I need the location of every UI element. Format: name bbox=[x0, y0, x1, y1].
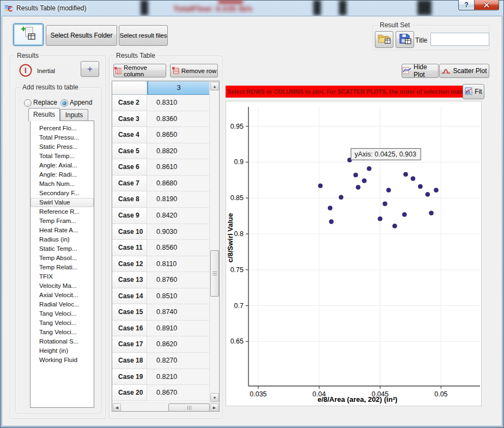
table-cell[interactable]: 0.8420 bbox=[147, 208, 209, 224]
results-list-item[interactable]: Tang Veloci... bbox=[31, 328, 94, 337]
table-row-header[interactable]: Case 16 bbox=[112, 321, 147, 337]
table-row-header[interactable]: Case 14 bbox=[112, 288, 147, 305]
table-cell[interactable]: 0.9030 bbox=[147, 224, 209, 240]
data-point[interactable] bbox=[367, 166, 371, 171]
remove-column-button[interactable]: Remove column bbox=[113, 64, 166, 77]
results-list-item[interactable]: Reference R... bbox=[31, 207, 94, 216]
data-point[interactable] bbox=[356, 185, 360, 189]
results-list-item[interactable]: Rotational S... bbox=[31, 337, 94, 346]
data-point[interactable] bbox=[402, 212, 406, 216]
table-row-header[interactable]: Case 4 bbox=[112, 127, 147, 143]
remove-row-button[interactable]: Remove row bbox=[170, 64, 218, 77]
results-list-item[interactable]: Mach Num... bbox=[31, 179, 94, 189]
data-point[interactable] bbox=[404, 172, 408, 177]
table-column-header[interactable]: 3 bbox=[147, 81, 209, 95]
table-cell[interactable]: 0.8360 bbox=[147, 111, 209, 128]
scroll-down-button[interactable]: ▼ bbox=[210, 393, 219, 402]
horizontal-scrollbar[interactable]: ◀ ▶ bbox=[112, 402, 219, 412]
table-row-header[interactable]: Case 13 bbox=[112, 272, 147, 288]
results-list-item[interactable]: Velocity Ma... bbox=[31, 281, 94, 291]
table-row-header[interactable]: Case 3 bbox=[112, 111, 147, 128]
table-cell[interactable]: 0.8760 bbox=[147, 272, 209, 288]
data-point[interactable] bbox=[386, 188, 391, 192]
results-list-item[interactable]: Angle: Radi... bbox=[31, 170, 94, 179]
scroll-left-button[interactable]: ◀ bbox=[113, 403, 121, 412]
vertical-scrollbar[interactable]: ▲ ▼ bbox=[209, 81, 219, 402]
table-corner-header[interactable] bbox=[112, 81, 147, 95]
table-cell[interactable]: 0.8190 bbox=[147, 191, 209, 208]
results-list-item[interactable]: Tang Veloci... bbox=[31, 318, 94, 328]
table-row-header[interactable]: Case 2 bbox=[112, 95, 147, 111]
results-list-item[interactable]: Height (in) bbox=[31, 346, 94, 355]
data-point[interactable] bbox=[383, 202, 387, 206]
scatter-plot-canvas[interactable]: 0.0350.040.0450.050.950.90.850.80.750.70… bbox=[226, 101, 481, 406]
table-row-header[interactable]: Case 11 bbox=[112, 240, 147, 256]
data-point[interactable] bbox=[378, 216, 382, 221]
table-row-header[interactable]: Case 6 bbox=[112, 159, 147, 176]
fit-button[interactable]: Fit bbox=[463, 84, 484, 99]
select-result-files-button[interactable]: Select result files bbox=[119, 25, 168, 46]
table-cell[interactable]: 0.8510 bbox=[147, 288, 209, 305]
table-cell[interactable]: 0.8620 bbox=[147, 336, 209, 353]
data-point[interactable] bbox=[429, 211, 434, 215]
result-set-title-input[interactable] bbox=[430, 33, 489, 46]
table-row-header[interactable]: Case 15 bbox=[112, 304, 147, 321]
table-row-header[interactable]: Case 17 bbox=[112, 336, 147, 353]
table-cell[interactable]: 0.8210 bbox=[147, 369, 209, 385]
table-row-header[interactable]: Case 10 bbox=[112, 224, 147, 240]
table-cell[interactable]: 0.8560 bbox=[147, 240, 209, 256]
table-row-header[interactable]: Case 19 bbox=[112, 369, 147, 385]
table-cell[interactable]: 0.8670 bbox=[147, 385, 209, 401]
vertical-scroll-thumb[interactable] bbox=[210, 250, 219, 297]
table-row-header[interactable]: Case 5 bbox=[112, 143, 147, 160]
data-point[interactable] bbox=[426, 192, 430, 197]
titlebar[interactable]: TotalFlow: 0.035 lb/s Results Table (mod… bbox=[0, 0, 504, 16]
data-point[interactable] bbox=[339, 195, 343, 200]
results-list-item[interactable]: Total Temp... bbox=[31, 152, 94, 161]
table-row-header[interactable]: Case 8 bbox=[112, 191, 147, 208]
radio-replace[interactable] bbox=[24, 99, 32, 107]
table-row-header[interactable]: Case 20 bbox=[112, 385, 147, 401]
table-cell[interactable]: 0.8310 bbox=[147, 95, 209, 111]
tab-results[interactable]: Results bbox=[28, 108, 60, 121]
table-row-header[interactable]: Case 12 bbox=[112, 256, 147, 273]
tab-inputs[interactable]: Inputs bbox=[60, 109, 88, 121]
data-point[interactable] bbox=[329, 220, 333, 224]
results-list-item[interactable]: Working Fluid bbox=[31, 355, 94, 365]
table-cell[interactable]: 0.8650 bbox=[147, 127, 209, 143]
results-list-item[interactable]: Radial Veloc... bbox=[31, 300, 94, 309]
table-cell[interactable]: 0.8680 bbox=[147, 176, 209, 192]
results-list-item[interactable]: Secondary F... bbox=[31, 189, 94, 198]
new-table-button[interactable] bbox=[13, 23, 44, 46]
results-list-item[interactable]: Temp Relati... bbox=[31, 263, 94, 272]
table-cell[interactable]: 0.8820 bbox=[147, 143, 209, 160]
scatter-plot-button[interactable]: Scatter Plot bbox=[439, 64, 489, 78]
save-result-set-button[interactable] bbox=[396, 31, 414, 48]
hide-plot-button[interactable]: Hide Plot bbox=[402, 64, 439, 78]
close-button[interactable] bbox=[475, 0, 499, 10]
results-list-item[interactable]: Angle: Axial... bbox=[31, 161, 94, 170]
horizontal-scroll-thumb[interactable] bbox=[168, 403, 210, 412]
table-cell[interactable]: 0.8910 bbox=[147, 321, 209, 337]
table-cell[interactable]: 0.8110 bbox=[147, 256, 209, 273]
scroll-up-button[interactable]: ▲ bbox=[210, 82, 219, 91]
results-list-item[interactable]: TFIX bbox=[31, 272, 94, 281]
data-point[interactable] bbox=[392, 224, 397, 228]
table-row-header[interactable]: Case 9 bbox=[112, 208, 147, 224]
data-point[interactable] bbox=[354, 173, 358, 177]
results-list-item[interactable]: Heat Rate A... bbox=[31, 226, 94, 235]
load-result-set-button[interactable] bbox=[375, 31, 393, 48]
data-point[interactable] bbox=[434, 188, 438, 192]
results-list-item[interactable]: Static Temp... bbox=[31, 244, 94, 254]
data-point[interactable] bbox=[318, 184, 323, 188]
results-list-item[interactable]: Total Pressu... bbox=[31, 133, 94, 142]
results-list-item[interactable]: Tang Veloci... bbox=[31, 309, 94, 318]
data-point[interactable] bbox=[362, 179, 367, 183]
results-list-item[interactable]: Swirl Value bbox=[31, 198, 94, 207]
help-button[interactable]: ? bbox=[458, 0, 475, 10]
table-row-header[interactable]: Case 18 bbox=[112, 353, 147, 369]
table-cell[interactable]: 0.8740 bbox=[147, 304, 209, 321]
data-point[interactable] bbox=[418, 184, 422, 189]
results-list-item[interactable]: Percent Flo... bbox=[31, 124, 94, 133]
results-list-item[interactable]: Temp Fram... bbox=[31, 216, 94, 226]
